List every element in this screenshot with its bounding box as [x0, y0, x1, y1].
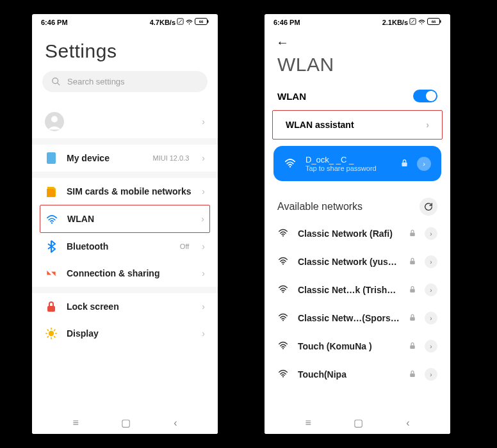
wlan-assistant-row[interactable]: WLAN assistant ›: [273, 111, 442, 139]
status-time: 6:46 PM: [273, 19, 300, 26]
svg-rect-10: [47, 152, 56, 164]
wlan-screen: 6:46 PM 2.1KB/s 66 ← WLAN WLAN WL: [265, 14, 450, 434]
svg-rect-26: [440, 20, 441, 23]
svg-point-32: [282, 264, 284, 265]
page-title: Settings: [32, 29, 218, 71]
network-detail-button[interactable]: ›: [417, 157, 431, 171]
chevron-right-icon: ›: [202, 116, 205, 127]
back-button[interactable]: ←: [265, 29, 450, 52]
connection-icon: [45, 267, 58, 280]
network-name: Classic Net…k (Trishna): [298, 285, 400, 295]
wifi-icon: [277, 312, 289, 324]
wifi-icon: [277, 340, 289, 352]
my-device-row[interactable]: My device MIUI 12.0.3 ›: [32, 145, 218, 172]
bluetooth-icon: [45, 240, 58, 253]
nav-back-icon[interactable]: ‹: [406, 417, 409, 429]
svg-point-38: [282, 348, 284, 349]
svg-rect-31: [410, 232, 415, 236]
bluetooth-row[interactable]: Bluetooth Off ›: [32, 233, 218, 260]
network-detail-button[interactable]: ›: [425, 340, 437, 353]
nav-back-icon[interactable]: ‹: [174, 417, 177, 429]
svg-point-24: [421, 23, 423, 24]
lock-row[interactable]: Lock screen ›: [32, 293, 218, 320]
network-detail-button[interactable]: ›: [425, 227, 437, 240]
lock-icon: [401, 158, 408, 170]
svg-rect-37: [410, 317, 415, 321]
svg-rect-12: [47, 306, 55, 312]
connection-row[interactable]: Connection & sharing ›: [32, 260, 218, 287]
status-right: 2.1KB/s 66: [382, 18, 441, 26]
connected-name: D_ock_ _C _: [306, 155, 392, 164]
lock-icon: [409, 370, 416, 379]
wifi-icon: [418, 18, 426, 26]
sim-icon: [45, 185, 58, 198]
wifi-icon: [284, 157, 297, 170]
nav-menu-icon[interactable]: ≡: [72, 417, 78, 429]
account-row[interactable]: ›: [32, 105, 218, 138]
svg-point-9: [51, 116, 58, 122]
svg-point-13: [49, 331, 54, 336]
sim-row[interactable]: SIM cards & mobile networks ›: [32, 178, 218, 205]
wlan-assistant-highlight: WLAN assistant ›: [272, 110, 443, 140]
network-row[interactable]: Classic Network (Rafi) ›: [265, 220, 450, 248]
svg-point-11: [51, 222, 53, 223]
available-networks-header: Available networks: [265, 188, 450, 220]
svg-rect-29: [402, 162, 407, 166]
chevron-right-icon: ›: [202, 328, 205, 339]
do-not-disturb-icon: [409, 18, 416, 26]
network-row[interactable]: Classic Net…k (Trishna) ›: [265, 276, 450, 304]
nav-home-icon[interactable]: ▢: [354, 417, 363, 429]
refresh-button[interactable]: [420, 198, 437, 216]
page-title: WLAN: [265, 52, 450, 84]
network-detail-button[interactable]: ›: [425, 312, 437, 324]
svg-line-7: [57, 83, 60, 85]
battery-icon: 66: [195, 18, 209, 26]
svg-line-20: [47, 337, 48, 337]
wlan-toggle-row[interactable]: WLAN: [265, 84, 450, 110]
network-row[interactable]: Touch(Nipa ›: [265, 360, 450, 388]
chevron-right-icon: ›: [201, 214, 204, 224]
wlan-toggle[interactable]: [413, 90, 437, 102]
svg-point-40: [282, 376, 284, 378]
search-icon: [51, 77, 61, 86]
status-bar: 6:46 PM 2.1KB/s 66: [265, 14, 450, 29]
device-icon: [45, 152, 58, 164]
svg-rect-41: [410, 373, 415, 377]
network-row[interactable]: Classic Network (yusha) ›: [265, 248, 450, 276]
network-detail-button[interactable]: ›: [425, 284, 437, 296]
nav-menu-icon[interactable]: ≡: [305, 417, 311, 429]
network-detail-button[interactable]: ›: [425, 368, 437, 381]
svg-rect-33: [410, 260, 415, 264]
display-row[interactable]: Display ›: [32, 320, 218, 347]
wifi-icon: [277, 369, 289, 380]
lock-icon: [409, 342, 416, 351]
connected-network-card[interactable]: D_ock_ _C _ Tap to share password ›: [273, 146, 441, 181]
network-row[interactable]: Touch (KomuNa ) ›: [265, 332, 450, 360]
svg-point-30: [282, 236, 284, 237]
status-right: 4.7KB/s 66: [150, 18, 209, 26]
battery-icon: 66: [427, 18, 441, 26]
avatar-icon: [45, 112, 64, 131]
chevron-right-icon: ›: [202, 268, 205, 278]
network-name: Classic Network (Rafi): [298, 228, 400, 239]
wlan-highlight: WLAN ›: [40, 205, 210, 233]
lock-icon: [409, 257, 416, 266]
lock-icon: [45, 300, 58, 313]
network-row[interactable]: Classic Netw…(Sporsho) ›: [265, 304, 450, 332]
svg-rect-4: [208, 20, 209, 23]
network-detail-button[interactable]: ›: [425, 255, 437, 268]
lock-icon: [409, 229, 416, 238]
svg-point-6: [53, 78, 58, 84]
settings-screen: 6:46 PM 4.7KB/s 66 Settings Search setti…: [32, 14, 218, 434]
sun-icon: [45, 327, 58, 340]
search-input[interactable]: Search settings: [42, 71, 208, 92]
nav-bar: ≡ ▢ ‹: [265, 410, 450, 434]
chevron-right-icon: ›: [202, 301, 205, 312]
nav-bar: ≡ ▢ ‹: [32, 410, 218, 434]
chevron-right-icon: ›: [426, 120, 429, 130]
nav-home-icon[interactable]: ▢: [121, 417, 131, 429]
svg-rect-35: [410, 289, 415, 292]
svg-text:66: 66: [199, 20, 204, 24]
wifi-icon: [277, 228, 289, 239]
wlan-row[interactable]: WLAN ›: [40, 205, 209, 232]
